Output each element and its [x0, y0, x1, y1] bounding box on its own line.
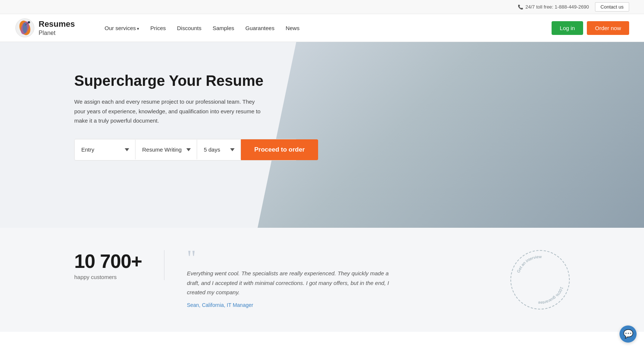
nav-actions: Log in Order now: [552, 21, 629, 35]
chat-icon: 💬: [623, 329, 633, 339]
hero-content: Supercharge Your Resume We assign each a…: [74, 72, 297, 161]
chat-bubble[interactable]: 💬: [620, 325, 637, 343]
hero-section: Supercharge Your Resume We assign each a…: [0, 42, 644, 228]
stats-label: happy customers: [74, 274, 142, 280]
hero-title: Supercharge Your Resume: [74, 72, 297, 90]
quote-mark: ": [187, 250, 395, 266]
header: Resumes Planet Our services Prices Disco…: [0, 14, 644, 42]
guarantee-area: Get an interview 100% guarantee: [510, 250, 570, 310]
guarantee-circle: Get an interview 100% guarantee: [510, 250, 570, 310]
logo-area[interactable]: Resumes Planet: [15, 18, 75, 38]
nav-discounts[interactable]: Discounts: [177, 25, 202, 31]
logo-icon: [15, 18, 35, 38]
proceed-to-order-button[interactable]: Proceed to order: [241, 139, 318, 160]
order-now-button[interactable]: Order now: [587, 21, 629, 35]
how-it-works-section: How it works? 01. Introduce yourself 02.…: [0, 332, 644, 350]
hero-background: [258, 42, 644, 228]
login-button[interactable]: Log in: [552, 21, 583, 35]
top-bar: 24/7 toll free: 1-888-449-2690 Contact u…: [0, 0, 644, 14]
level-select[interactable]: EntryProfessionalExecutiveC-Level / Boar…: [75, 140, 135, 159]
service-select[interactable]: Resume WritingCV WritingCover LetterLink…: [135, 140, 197, 159]
stats-block: 10 700+ happy customers: [74, 250, 164, 280]
contact-button[interactable]: Contact us: [595, 2, 629, 12]
guarantee-circle-svg: Get an interview 100% guarantee: [511, 250, 569, 310]
svg-text:Get an interview: Get an interview: [516, 254, 542, 273]
nav-samples[interactable]: Samples: [213, 25, 234, 31]
nav-services[interactable]: Our services: [105, 25, 139, 31]
brand-sub: Planet: [39, 29, 75, 36]
testimonial-text: Everything went cool. The specialists ar…: [187, 269, 395, 297]
stats-number: 10 700+: [74, 250, 142, 272]
nav-guarantees[interactable]: Guarantees: [245, 25, 274, 31]
svg-text:100% guarantee: 100% guarantee: [538, 286, 564, 305]
hero-description: We assign each and every resume project …: [74, 97, 267, 126]
brand-name: Resumes: [39, 19, 75, 29]
main-nav: Our services Prices Discounts Samples Gu…: [105, 25, 552, 31]
nav-news[interactable]: News: [285, 25, 300, 31]
nav-prices[interactable]: Prices: [150, 25, 166, 31]
order-form: EntryProfessionalExecutiveC-Level / Boar…: [74, 139, 297, 161]
social-proof-section: 10 700+ happy customers " Everything wen…: [0, 228, 644, 332]
deadline-select[interactable]: 5 days3 days2 days24 hours12 hours: [197, 140, 241, 159]
phone-number: 24/7 toll free: 1-888-449-2690: [518, 4, 589, 10]
testimonial-block: " Everything went cool. The specialists …: [164, 250, 395, 308]
testimonial-author: Sean, California, IT Manager: [187, 302, 253, 308]
logo-text: Resumes Planet: [39, 19, 75, 36]
